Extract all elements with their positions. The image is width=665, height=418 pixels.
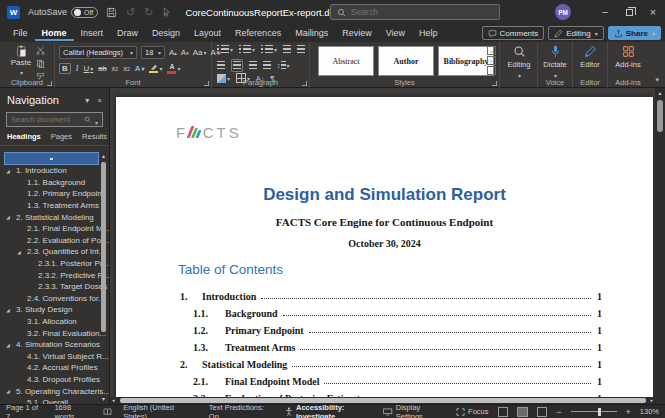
text-effects-button[interactable]: A (135, 64, 145, 73)
undo-icon[interactable]: ↺ (126, 7, 135, 18)
read-mode-button[interactable] (498, 407, 509, 417)
menu-tab[interactable]: Review (335, 26, 379, 41)
addins-button[interactable]: Add-ins (611, 45, 645, 69)
restore-button[interactable] (617, 0, 641, 24)
comments-button[interactable]: Comments (482, 26, 545, 40)
style-option[interactable]: Bibliography (438, 46, 494, 76)
web-layout-button[interactable] (537, 407, 548, 417)
toc-entry[interactable]: 1.2. Primary Endpoint 1 (180, 319, 602, 336)
menu-tab[interactable]: Help (412, 26, 445, 41)
styles-dialog-launcher-icon[interactable] (492, 81, 497, 86)
menu-tab[interactable]: Draw (110, 26, 145, 41)
bold-button[interactable]: B (59, 63, 71, 74)
nav-heading-item[interactable]: 4. Simulation Scenarios (0, 339, 109, 351)
nav-heading-item[interactable]: 2.2. Evaluation of Pos... (0, 235, 109, 247)
numbering-button[interactable] (239, 45, 255, 54)
nav-heading-item[interactable]: 2.3. Quantities of Int... (0, 246, 109, 258)
highlight-color-button[interactable] (149, 64, 162, 74)
style-option[interactable]: Author (378, 46, 434, 76)
copy-icon[interactable] (36, 59, 45, 68)
scroll-down-icon[interactable]: ▾ (99, 395, 108, 402)
scroll-up-icon[interactable]: ▴ (655, 89, 665, 96)
document-page[interactable]: F CTS Design and Simulation Report FACTS… (116, 97, 653, 397)
display-settings-button[interactable]: Display Settings (383, 403, 447, 418)
toc-entry[interactable]: 1.1. Background 1 (180, 302, 602, 319)
navigation-tab[interactable]: Headings (7, 132, 41, 141)
nav-heading-item[interactable]: 3.1. Allocation (0, 316, 109, 328)
editing-mode-button[interactable]: Editing (548, 26, 603, 40)
nav-heading-item[interactable]: 1.2. Primary Endpoint (0, 188, 109, 200)
align-left-button[interactable] (217, 61, 225, 70)
accessibility-status[interactable]: Accessibility: Investigate (285, 403, 383, 418)
toc-entry[interactable]: 2.2. Evaluation of Posterior Estimates 1 (180, 387, 602, 397)
nav-heading-item[interactable]: 2.3.2. Predictive Pr... (0, 269, 109, 281)
proofing-icon[interactable] (103, 408, 112, 416)
nav-heading-item[interactable]: 2.4. Conventions for... (0, 293, 109, 305)
menu-tab[interactable]: Insert (74, 26, 111, 41)
toc-entry[interactable]: 2. Statistical Modeling 1 (180, 353, 602, 370)
toc-entry[interactable]: 2.1. Final Endpoint Model 1 (180, 370, 602, 387)
align-right-button[interactable] (249, 61, 257, 70)
chevron-down-icon[interactable] (94, 111, 98, 129)
expand-arrow-icon[interactable] (6, 342, 10, 348)
expand-arrow-icon[interactable] (17, 249, 21, 255)
multilevel-list-button[interactable] (261, 45, 277, 54)
menu-tab[interactable]: Design (145, 26, 187, 41)
nav-heading-item[interactable]: 3.2. Final Evaluation... (0, 327, 109, 339)
decrease-indent-button[interactable] (283, 45, 291, 54)
close-button[interactable]: × (641, 0, 665, 24)
navigation-scrollbar[interactable]: ▴ ▾ (99, 152, 108, 402)
scroll-up-icon[interactable]: ▴ (99, 152, 108, 159)
text-predictions-indicator[interactable]: Text Predictions: On (209, 403, 274, 418)
font-name-select[interactable]: Calibri (Headings) (59, 46, 137, 59)
avatar[interactable]: PM (555, 4, 571, 20)
zoom-out-button[interactable]: − (556, 407, 561, 417)
redo-icon[interactable]: ↻ (144, 7, 153, 18)
underline-button[interactable]: U (83, 64, 93, 73)
cut-icon[interactable] (36, 46, 45, 55)
line-spacing-button[interactable]: ↕ (277, 61, 290, 70)
vertical-scrollbar[interactable]: ▴ (655, 88, 665, 397)
navigation-tab[interactable]: Pages (51, 132, 72, 141)
zoom-in-button[interactable]: + (626, 407, 631, 417)
paragraph-dialog-launcher-icon[interactable] (302, 81, 307, 86)
style-option[interactable]: Abstract (318, 46, 374, 76)
nav-heading-item[interactable]: 1.3. Treatment Arms (0, 200, 109, 212)
nav-heading-item[interactable]: 2.3.1. Posterior Pr... (0, 258, 109, 270)
font-dialog-launcher-icon[interactable] (204, 81, 209, 86)
gallery-down-icon[interactable]: ▾ (487, 56, 496, 65)
zoom-slider-thumb[interactable] (598, 408, 601, 416)
expand-arrow-icon[interactable] (6, 307, 10, 313)
paste-button[interactable]: Paste (8, 45, 34, 77)
italic-button[interactable]: I (76, 64, 79, 73)
nav-heading-item[interactable]: 2.3.3. Target Doses (0, 281, 109, 293)
toc-entry[interactable]: 1. Introduction 1 (180, 285, 602, 302)
document-search-input[interactable] (11, 115, 81, 124)
bullets-button[interactable] (217, 45, 233, 54)
nav-heading-item[interactable]: 1. Introduction (0, 165, 109, 177)
language-indicator[interactable]: English (United States) (123, 403, 198, 418)
search-box[interactable] (330, 4, 500, 20)
nav-heading-item[interactable] (4, 152, 99, 165)
navigation-options-icon[interactable]: ▾ (85, 96, 89, 105)
search-input[interactable] (351, 7, 471, 17)
menu-tab[interactable]: Home (35, 26, 74, 41)
menu-tab[interactable]: View (379, 26, 412, 41)
font-size-select[interactable]: 18 (141, 46, 165, 59)
navigation-tab[interactable]: Results (82, 132, 107, 141)
autosave-toggle[interactable]: Off (71, 7, 98, 18)
touch-mouse-mode-icon[interactable] (162, 7, 171, 17)
expand-arrow-icon[interactable] (6, 388, 10, 394)
clipboard-dialog-launcher-icon[interactable] (47, 81, 52, 86)
navigation-close-icon[interactable]: × (97, 96, 102, 105)
strikethrough-button[interactable]: ab (98, 64, 106, 73)
nav-heading-item[interactable]: 1.1. Background (0, 177, 109, 189)
nav-heading-item[interactable]: 3. Study Design (0, 304, 109, 316)
print-layout-button[interactable] (517, 407, 528, 417)
collapse-ribbon-icon[interactable]: ▾ (655, 76, 659, 84)
gallery-up-icon[interactable]: ▴ (487, 46, 496, 55)
document-search-box[interactable] (6, 112, 103, 127)
menu-tab[interactable]: References (228, 26, 288, 41)
menu-tab[interactable]: Layout (187, 26, 228, 41)
nav-heading-item[interactable]: 4.1. Virtual Subject R... (0, 351, 109, 363)
